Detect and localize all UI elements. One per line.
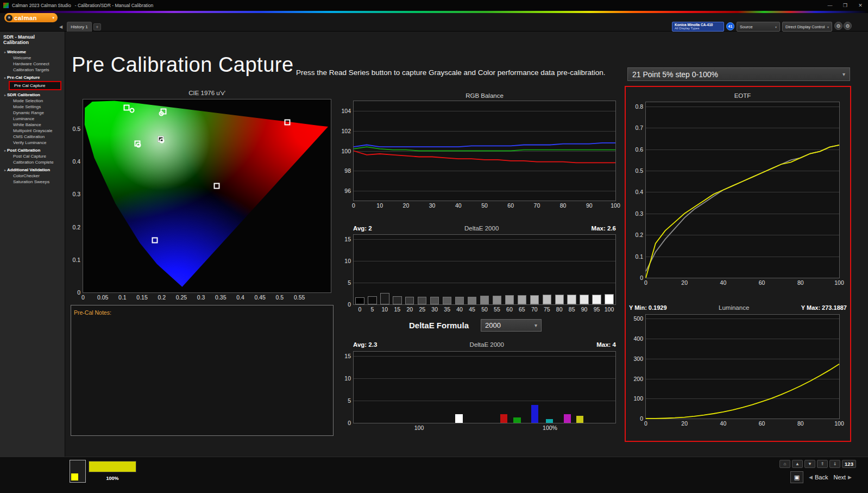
x-tick-label: 0 (352, 202, 355, 209)
options-gear-icon[interactable]: ⚙ (844, 22, 852, 30)
back-label: Back (815, 474, 828, 480)
y-tick-label: 0.1 (72, 257, 80, 263)
home-icon-button[interactable]: ⌂ (779, 460, 790, 468)
nav-section-welcome[interactable]: ▸Welcome (0, 48, 65, 55)
chart-series-svg (646, 315, 839, 419)
display-control-dropdown[interactable]: Direct Display Control ▾ (782, 22, 832, 32)
nav-item-mode-settings[interactable]: Mode Settings (0, 104, 65, 110)
meter-button[interactable]: Konica Minolta CA-410 All Display Types (672, 22, 724, 32)
pattern-window-button[interactable]: ▣ (790, 471, 803, 483)
deltae-color-max: Max: 4 (596, 341, 616, 348)
down-icon-button[interactable]: ▼ (804, 460, 815, 468)
x-tick-label: 60 (507, 202, 514, 209)
nav-section-additional-validation[interactable]: ▸Additional Validation (0, 166, 65, 173)
nav-item-calibration-targets[interactable]: Calibration Targets (0, 67, 65, 73)
gridline (354, 356, 615, 357)
x-tick-label: 30 (431, 306, 438, 313)
deltae-formula-label: DeltaE Formula (409, 321, 469, 330)
gridline (354, 378, 615, 379)
nav-item-colorchecker[interactable]: ColorChecker (0, 173, 65, 179)
nav-item-saturation-sweeps[interactable]: Saturation Sweeps (0, 179, 65, 185)
nav-item-hardware-connect[interactable]: Hardware Connect (0, 61, 65, 67)
luminance-header: Y Min: 0.1929 Luminance Y Max: 273.1887 (629, 304, 847, 311)
grayscale-bar (468, 297, 476, 304)
back-button[interactable]: ◀ Back (809, 474, 828, 480)
back-arrow-icon: ◀ (809, 475, 813, 480)
settings-gear-icon[interactable]: ⚙ (834, 22, 842, 30)
y-tick-label: 0 (640, 274, 643, 281)
nav-section-sdr-calibration[interactable]: ▸SDR Calibration (0, 91, 65, 98)
add-tab-button[interactable]: + (93, 23, 101, 30)
tab-history-1[interactable]: History 1 (67, 22, 92, 32)
nav-item-calibration-complete[interactable]: Calibration Complete (0, 159, 65, 165)
nav-item-post-cal-capture[interactable]: Post Cal Capture (0, 153, 65, 159)
next-button[interactable]: Next ▶ (833, 474, 852, 480)
series-line-blue (354, 143, 615, 147)
section-arrow-icon: ▸ (4, 93, 6, 97)
up-icon-button[interactable]: ▲ (792, 460, 803, 468)
chart-series-svg (354, 101, 615, 201)
y-tick-label: 15 (344, 236, 351, 242)
x-tick-label: 20 (681, 420, 688, 427)
y-tick-label: 300 (633, 355, 643, 362)
minimize-button[interactable]: — (822, 0, 838, 11)
maximize-button[interactable]: ❐ (838, 0, 853, 11)
deltae-formula-dropdown[interactable]: 2000 ▾ (481, 319, 542, 332)
x-tick-label: 80 (560, 202, 567, 209)
x-tick-label: 0.15 (136, 294, 147, 301)
page-down-icon-button[interactable]: ⇓ (829, 460, 840, 468)
x-tick-label: 10 (376, 202, 383, 209)
x-tick-label: 0.55 (294, 294, 305, 301)
page-up-icon-button[interactable]: ⇑ (817, 460, 828, 468)
nav-item-mode-selection[interactable]: Mode Selection (0, 98, 65, 104)
eotf-luminance-panel: EOTF 00.10.20.30.40.50.60.70.80204060801… (625, 86, 851, 442)
meter-name: Konica Minolta CA-410 (675, 23, 721, 27)
nav-item-pre-cal-capture[interactable]: Pre Cal Capture (9, 81, 61, 90)
source-label: Source (740, 24, 753, 29)
y-tick-label: 100 (341, 148, 351, 154)
source-dropdown[interactable]: Source ▾ (737, 22, 780, 32)
x-tick-label: 80 (797, 420, 804, 427)
nav-item-white-balance[interactable]: White Balance (0, 122, 65, 128)
nav-item-luminance[interactable]: Luminance (0, 116, 65, 122)
pattern-window-thumbnail[interactable] (70, 460, 86, 483)
deltae-grayscale-max: Max: 2.6 (592, 225, 616, 232)
cie-gamut-shape (83, 99, 331, 292)
color-bar-white (455, 414, 462, 423)
nav-section-pre-cal-capture[interactable]: ▸Pre-Cal Capture (0, 74, 65, 80)
nav-item-multipoint-grayscale[interactable]: Multipoint Grayscale (0, 128, 65, 134)
pattern-level-bar[interactable] (89, 461, 136, 472)
color-bar-cyan (546, 419, 553, 423)
calman-logo-menu[interactable]: ✳ calman ▾ (4, 13, 58, 22)
deltae-color-avg: Avg: 2.3 (353, 341, 377, 348)
close-button[interactable]: ✕ (853, 0, 868, 11)
pre-cal-notes-box[interactable]: Pre-Cal Notes: (71, 305, 334, 436)
y-tick-label: 0.6 (635, 146, 643, 153)
nav-item-dynamic-range[interactable]: Dynamic Range (0, 110, 65, 116)
y-tick-label: 102 (341, 128, 351, 134)
nav-item-verify-luminance[interactable]: Verify Luminance (0, 140, 65, 146)
series-points-dropdown[interactable]: 21 Point 5% step 0-100% ▾ (627, 67, 850, 81)
nav-item-cms-calibration[interactable]: CMS Calibration (0, 134, 65, 140)
x-tick-label: 0.3 (197, 294, 205, 301)
x-tick-label: 0.2 (158, 294, 166, 301)
x-tick-label: 70 (534, 202, 540, 209)
y-tick-label: 0.5 (635, 167, 643, 174)
deltae-color-header: Avg: 2.3 DeltaE 2000 Max: 4 (353, 341, 616, 348)
deltae-grayscale-title: DeltaE 2000 (464, 225, 499, 232)
nav-section-post-calibration[interactable]: ▸Post Calibration (0, 147, 65, 153)
y-tick-label: 0.4 (72, 158, 80, 165)
eotf-title: EOTF (645, 92, 840, 99)
x-tick-label: 0 (644, 279, 647, 286)
nav-item-welcome[interactable]: Welcome (0, 55, 65, 61)
patterns-123-button[interactable]: 123 (842, 460, 856, 468)
gridline (354, 283, 615, 283)
x-tick-label: 15 (394, 306, 400, 313)
cie-marker-target (123, 105, 129, 111)
grayscale-bar (393, 296, 401, 304)
x-tick-label: 0 (81, 294, 85, 301)
nav-section-label: Post Calibration (7, 148, 40, 153)
gridline (354, 401, 615, 401)
deltae-color-title: DeltaE 2000 (470, 341, 504, 348)
sidebar-collapse-button[interactable]: ◀ (57, 23, 65, 30)
